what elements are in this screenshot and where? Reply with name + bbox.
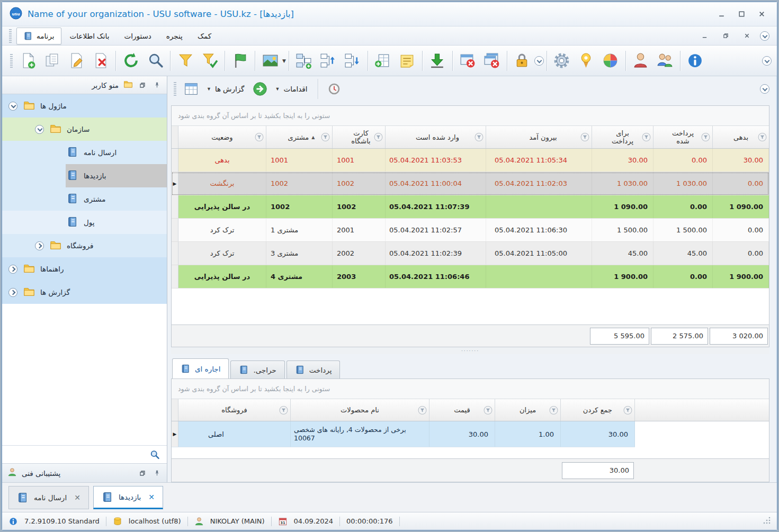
- column-header-product-names[interactable]: نام محصولات: [291, 399, 429, 421]
- column-header-to-pay[interactable]: برای پرداخت: [592, 126, 653, 148]
- filter-icon[interactable]: [758, 133, 767, 142]
- column-header-shop[interactable]: فروشگاه: [178, 399, 291, 421]
- user-permissions-icon[interactable]: [629, 49, 653, 73]
- copy-document-icon[interactable]: [40, 49, 64, 73]
- add-group-icon[interactable]: [292, 49, 316, 73]
- column-header-quantity[interactable]: میزان: [495, 399, 561, 421]
- column-header-exited[interactable]: بیرون آمد: [486, 126, 592, 148]
- filter-icon[interactable]: [580, 133, 589, 142]
- pin-icon[interactable]: [152, 80, 162, 90]
- collapse-groups-icon[interactable]: [316, 49, 341, 73]
- table-row[interactable]: بدهی 1001 1001 05.04.2021 11:03:53 05.04…: [172, 149, 769, 172]
- column-header-entered[interactable]: وارد شده است: [386, 126, 486, 148]
- table-row[interactable]: در سالن پذیرایی مشتری 4 2003 05.04.2021 …: [172, 265, 769, 288]
- detail-table-row[interactable]: ▶ اصلی برخی از محصولات 4, رایانه های شخص…: [172, 421, 635, 447]
- table-row[interactable]: در سالن پذیرایی 1002 1002 05.04.2021 11:…: [172, 195, 769, 219]
- column-header-price[interactable]: قیمت: [429, 399, 495, 421]
- filter-icon[interactable]: [701, 133, 710, 142]
- tab-auction[interactable]: حراجی.: [230, 360, 284, 378]
- info-icon[interactable]: [8, 517, 18, 526]
- filter-icon[interactable]: [623, 405, 632, 414]
- reports-button[interactable]: ▼ گزارش ها: [203, 83, 248, 95]
- float-window-icon[interactable]: [138, 468, 147, 478]
- column-header-customer[interactable]: مشتری▲: [266, 126, 333, 148]
- table-row[interactable]: ترک کرد مشتری 3 2002 05.04.2021 11:02:39…: [172, 242, 769, 265]
- refresh-icon[interactable]: [119, 49, 143, 73]
- sidebar-item-modules[interactable]: ماژول ها: [2, 94, 167, 118]
- resize-grip[interactable]: [763, 517, 771, 526]
- sidebar-item-guides[interactable]: راهنماها: [2, 257, 167, 281]
- expand-icon[interactable]: [8, 288, 17, 297]
- close-tab-icon[interactable]: ✕: [74, 493, 80, 502]
- float-window-icon[interactable]: [138, 80, 147, 90]
- column-header-total[interactable]: جمع کردن: [561, 399, 635, 421]
- delete-document-icon[interactable]: [88, 49, 113, 73]
- color-theme-icon[interactable]: [598, 49, 623, 73]
- collapse-icon[interactable]: [8, 102, 17, 111]
- export-icon[interactable]: [425, 49, 450, 73]
- table-row-selected[interactable]: ▶ برنگشت 1002 1002 05.04.2021 11:00:04 0…: [172, 172, 769, 195]
- menu-program[interactable]: برنامه: [16, 28, 61, 44]
- notes-icon[interactable]: [395, 49, 419, 73]
- add-document-icon[interactable]: [15, 49, 40, 73]
- child-restore-icon[interactable]: [718, 30, 733, 42]
- tab-payment[interactable]: پرداخت: [286, 360, 341, 378]
- filter-icon[interactable]: [642, 133, 651, 142]
- image-mode-caret-icon[interactable]: ▼: [282, 58, 286, 64]
- group-by-drop-zone[interactable]: ستونی را به اینجا بکشید تا بر اساس آن گر…: [172, 379, 769, 399]
- search-icon[interactable]: [143, 49, 167, 73]
- menubar-overflow-icon[interactable]: [760, 31, 769, 41]
- add-row-icon[interactable]: [371, 49, 395, 73]
- sidebar-item-send-letter[interactable]: ارسال نامه: [2, 141, 167, 164]
- collapse-icon[interactable]: [35, 125, 44, 134]
- map-pin-icon[interactable]: [574, 49, 598, 73]
- sidebar-item-money[interactable]: پول: [2, 211, 167, 234]
- support-panel[interactable]: پشتیبانی فنی: [2, 463, 167, 482]
- doc-tab-send-letter[interactable]: ارسال نامه ✕: [8, 486, 89, 509]
- filter-icon[interactable]: [374, 133, 383, 142]
- expand-icon[interactable]: [35, 241, 44, 250]
- filter-check-icon[interactable]: [198, 49, 222, 73]
- close-all-windows-icon[interactable]: [480, 49, 504, 73]
- image-mode-icon[interactable]: [258, 49, 282, 73]
- actionbar-overflow-icon[interactable]: [760, 84, 769, 94]
- filter-icon[interactable]: [418, 405, 427, 414]
- filter-icon[interactable]: [173, 49, 198, 73]
- users-icon[interactable]: [653, 49, 677, 73]
- close-icon[interactable]: [754, 8, 769, 20]
- edit-document-icon[interactable]: [64, 49, 88, 73]
- column-header-debt[interactable]: بدهی: [713, 126, 769, 148]
- settings-gear-icon[interactable]: [550, 49, 574, 73]
- lock-icon[interactable]: [510, 49, 534, 73]
- band-overflow-icon[interactable]: [534, 56, 544, 66]
- expand-icon[interactable]: [8, 265, 17, 274]
- minimize-icon[interactable]: [713, 8, 729, 20]
- child-minimize-icon[interactable]: [696, 30, 712, 42]
- splitter-handle[interactable]: ·······: [171, 347, 769, 354]
- menu-commands[interactable]: دستورات: [118, 29, 157, 43]
- actions-button[interactable]: ▼ اقدامات: [272, 83, 311, 95]
- sidebar-item-reports[interactable]: گزارش ها: [2, 281, 167, 304]
- column-header-status[interactable]: وضعیت: [178, 126, 266, 148]
- filter-icon[interactable]: [255, 133, 264, 142]
- sidebar-item-shop[interactable]: فروشگاه: [2, 234, 167, 257]
- doc-tab-visits[interactable]: بازدیدها ✕: [93, 486, 163, 509]
- tab-rental[interactable]: اجاره ای: [172, 358, 229, 378]
- close-window-icon[interactable]: [455, 49, 480, 73]
- column-header-club-card[interactable]: کارت باشگاه: [333, 126, 386, 148]
- maximize-icon[interactable]: [733, 8, 749, 20]
- close-tab-icon[interactable]: ✕: [148, 493, 155, 501]
- filter-icon[interactable]: [549, 405, 558, 414]
- filter-icon[interactable]: [474, 133, 483, 142]
- menu-database[interactable]: بانک اطلاعات: [64, 29, 116, 43]
- sidebar-item-visits[interactable]: بازدیدها: [2, 164, 167, 187]
- info-icon[interactable]: [683, 49, 708, 73]
- menu-window[interactable]: پنجره: [160, 29, 189, 43]
- menu-help[interactable]: کمک: [191, 29, 218, 43]
- timer-icon[interactable]: [325, 77, 343, 101]
- expand-groups-icon[interactable]: [341, 49, 365, 73]
- sidebar-item-customer[interactable]: مشتری: [2, 187, 167, 211]
- flag-icon[interactable]: [228, 49, 252, 73]
- filter-icon[interactable]: [279, 405, 288, 414]
- toolbar-overflow-icon[interactable]: [762, 56, 772, 66]
